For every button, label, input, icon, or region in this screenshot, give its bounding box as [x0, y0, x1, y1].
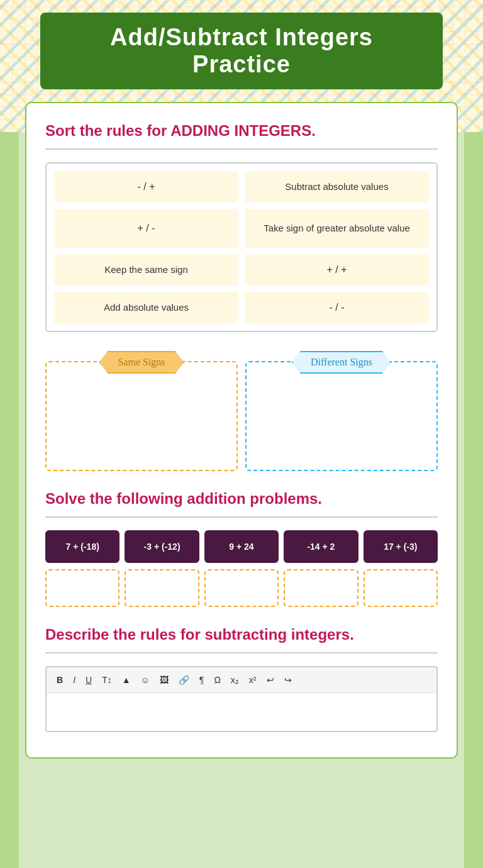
title-banner: Add/Subtract Integers Practice — [40, 13, 443, 89]
editor-toolbar: B I U T↕ ▲ ☺ 🖼 🔗 ¶ Ω x₂ x² ↩ ↪ — [47, 667, 436, 693]
problem-card-1[interactable]: 7 + (-18) — [45, 530, 119, 563]
subtract-section: Describe the rules for subtracting integ… — [45, 626, 438, 732]
problem-card-2[interactable]: -3 + (-12) — [125, 530, 199, 563]
superscript-button[interactable]: x² — [245, 672, 260, 687]
subtract-heading: Describe the rules for subtracting integ… — [45, 626, 438, 643]
same-signs-banner: Same Signs — [99, 351, 184, 374]
subtract-divider — [45, 652, 438, 654]
sort-cell-5[interactable]: Keep the same sign — [54, 254, 238, 286]
page-title: Add/Subtract Integers Practice — [110, 24, 373, 77]
answer-card-1[interactable] — [45, 569, 119, 607]
answer-card-2[interactable] — [125, 569, 199, 607]
sort-cell-6[interactable]: + / + — [245, 254, 429, 286]
link-button[interactable]: 🔗 — [175, 672, 193, 687]
sort-cell-7[interactable]: Add absolute values — [54, 292, 238, 323]
subscript-button[interactable]: x₂ — [227, 672, 243, 687]
answer-card-5[interactable] — [364, 569, 438, 607]
underline-button[interactable]: U — [82, 672, 96, 687]
redo-button[interactable]: ↪ — [280, 672, 296, 687]
highlight-button[interactable]: ▲ — [118, 672, 135, 687]
font-size-button[interactable]: T↕ — [98, 672, 116, 687]
sort-grid: - / + Subtract absolute values + / - Tak… — [45, 162, 438, 332]
main-card: Sort the rules for ADDING INTEGERS. - / … — [25, 102, 458, 759]
answer-card-4[interactable] — [284, 569, 358, 607]
problem-card-3[interactable]: 9 + 24 — [204, 530, 279, 563]
same-signs-dropzone[interactable]: Same Signs — [45, 361, 238, 471]
sort-cell-4[interactable]: Take sign of greater absolute value — [245, 209, 429, 248]
sort-cell-8[interactable]: - / - — [245, 292, 429, 323]
undo-button[interactable]: ↩ — [263, 672, 278, 687]
emoji-button[interactable]: ☺ — [137, 672, 153, 687]
problem-card-4[interactable]: -14 + 2 — [284, 530, 358, 563]
sort-section: Sort the rules for ADDING INTEGERS. - / … — [45, 122, 438, 471]
image-button[interactable]: 🖼 — [156, 672, 172, 687]
paragraph-button[interactable]: ¶ — [196, 672, 208, 687]
bold-button[interactable]: B — [53, 672, 67, 687]
editor-area: B I U T↕ ▲ ☺ 🖼 🔗 ¶ Ω x₂ x² ↩ ↪ — [45, 666, 438, 732]
sort-heading: Sort the rules for ADDING INTEGERS. — [45, 122, 438, 140]
sort-cell-3[interactable]: + / - — [54, 209, 238, 248]
omega-button[interactable]: Ω — [210, 672, 224, 687]
dropzone-area: Same Signs Different Signs — [45, 345, 438, 471]
editor-content[interactable] — [47, 693, 436, 731]
diff-signs-dropzone[interactable]: Different Signs — [245, 361, 438, 471]
sort-divider — [45, 148, 438, 150]
addition-section: Solve the following addition problems. 7… — [45, 490, 438, 607]
addition-divider — [45, 516, 438, 518]
answer-card-3[interactable] — [204, 569, 279, 607]
sort-cell-1[interactable]: - / + — [54, 171, 238, 203]
sort-cell-2[interactable]: Subtract absolute values — [245, 171, 429, 203]
italic-button[interactable]: I — [69, 672, 79, 687]
problem-card-5[interactable]: 17 + (-3) — [364, 530, 438, 563]
addition-heading: Solve the following addition problems. — [45, 490, 438, 508]
answers-grid — [45, 569, 438, 607]
problems-grid: 7 + (-18) -3 + (-12) 9 + 24 -14 + 2 17 +… — [45, 530, 438, 563]
diff-signs-banner: Different Signs — [292, 351, 391, 374]
